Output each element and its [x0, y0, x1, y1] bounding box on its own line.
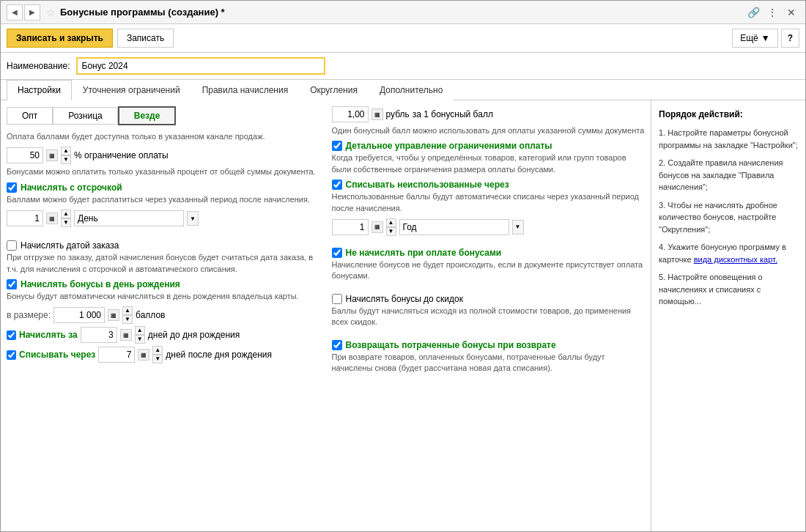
left-column: Опт Розница Везде Оплата баллами будет д… — [7, 106, 320, 378]
writeoff-unit-arrow[interactable]: ▼ — [512, 220, 524, 234]
write-off-spin-up[interactable]: ▲ — [152, 346, 163, 355]
accrue-before-spin-up[interactable]: ▲ — [135, 326, 145, 335]
deferred-spin-up[interactable]: ▲ — [61, 210, 71, 218]
ruble-hint: Один бонусный балл можно использовать дл… — [332, 125, 646, 136]
accrual-order-checkbox[interactable] — [7, 240, 17, 251]
name-input[interactable] — [76, 57, 325, 75]
limit-percent-input[interactable] — [7, 147, 43, 163]
chevron-down-icon: ▼ — [761, 33, 770, 43]
accrual-deferred-checkbox[interactable] — [7, 182, 17, 193]
write-off-after-unit: дней после дня рождения — [166, 350, 272, 360]
writeoff-spin-group: ▲ ▼ — [386, 218, 396, 236]
window-actions: 🔗 ⋮ ✕ — [745, 4, 799, 21]
deferred-unit-select[interactable]: День Неделя Месяц — [74, 210, 184, 226]
deferred-value-input[interactable] — [7, 210, 43, 226]
accrue-before-checkbox[interactable] — [7, 330, 16, 340]
return-spent-label[interactable]: Возвращать потраченные бонусы при возвра… — [346, 340, 556, 350]
star-icon[interactable]: ☆ — [46, 7, 56, 18]
limit-hint: Бонусами можно оплатить только указанный… — [7, 166, 320, 177]
accrue-before-discount-checkbox[interactable] — [332, 294, 342, 304]
birthday-label[interactable]: Начислять бонусы в день рождения — [21, 279, 180, 289]
form-area: Опт Розница Везде Оплата баллами будет д… — [1, 100, 651, 531]
writeoff-unused-check-row: Списывать неиспользованные через — [332, 180, 646, 190]
writeoff-unused-label[interactable]: Списывать неиспользованные через — [346, 180, 509, 190]
limit-grid-icon[interactable]: ▦ — [46, 149, 58, 161]
accrue-before-label[interactable]: Начислять за — [19, 330, 78, 340]
no-accrue-label[interactable]: Не начислять при оплате бонусами — [346, 248, 502, 258]
write-off-spin-down[interactable]: ▼ — [152, 355, 163, 363]
accrual-deferred-label[interactable]: Начислять с отсрочкой — [21, 182, 122, 193]
tab-additional[interactable]: Дополнительно — [369, 80, 454, 100]
birthday-amount-unit: баллов — [136, 310, 165, 320]
writeoff-spin-down[interactable]: ▼ — [386, 227, 396, 236]
write-off-grid-icon[interactable]: ▦ — [138, 349, 149, 361]
close-button[interactable]: ✕ — [783, 4, 799, 21]
toolbar-right: Ещё ▼ ? — [732, 29, 799, 48]
accrue-before-input[interactable] — [81, 327, 117, 343]
sidebar-text-5: 5. Настройте оповещения о начислениях и … — [659, 273, 763, 306]
tabs-bar: Настройки Уточнения ограничений Правила … — [1, 80, 805, 100]
writeoff-spin-up[interactable]: ▲ — [386, 218, 396, 227]
link-icon-button[interactable]: 🔗 — [745, 4, 761, 21]
no-accrue-hint: Начисление бонусов не будет происходить,… — [332, 259, 646, 282]
return-spent-check-row: Возвращать потраченные бонусы при возвра… — [332, 340, 646, 350]
accrual-deferred-row: Начислять с отсрочкой — [7, 182, 320, 193]
menu-dots-button[interactable]: ⋮ — [764, 4, 780, 21]
save-close-button[interactable]: Записать и закрыть — [7, 29, 113, 48]
help-button[interactable]: ? — [781, 29, 799, 48]
channel-everywhere-button[interactable]: Везде — [118, 106, 177, 125]
ruble-unit: рубль — [386, 109, 410, 119]
birthday-grid-icon[interactable]: ▦ — [108, 309, 119, 321]
channel-retail-button[interactable]: Розница — [53, 107, 117, 125]
limit-spin-up[interactable]: ▲ — [61, 147, 71, 155]
birthday-spin-up[interactable]: ▲ — [122, 306, 133, 315]
writeoff-grid-icon[interactable]: ▦ — [371, 221, 383, 233]
writeoff-unused-checkbox[interactable] — [332, 180, 342, 190]
ruble-row: ▦ рубль за 1 бонусный балл — [332, 106, 646, 122]
accrue-before-spin-group: ▲ ▼ — [135, 326, 145, 344]
ruble-grid-icon[interactable]: ▦ — [371, 108, 383, 120]
birthday-spin-down[interactable]: ▼ — [122, 315, 133, 324]
writeoff-unit-select[interactable]: Год Месяц День — [399, 219, 509, 235]
deferred-spin-down[interactable]: ▼ — [61, 218, 71, 227]
deferred-grid-icon[interactable]: ▦ — [46, 213, 58, 224]
accrue-before-grid-icon[interactable]: ▦ — [120, 329, 132, 341]
limit-spin-down[interactable]: ▼ — [61, 155, 71, 164]
save-button[interactable]: Записать — [117, 29, 174, 48]
write-off-after-checkbox[interactable] — [7, 350, 16, 360]
sidebar-title: Порядок действий: — [659, 108, 798, 121]
back-button[interactable]: ◀ — [7, 4, 23, 21]
sidebar: Порядок действий: 1. Настройте параметры… — [651, 100, 805, 531]
accrue-before-unit: дней до дня рождения — [148, 330, 240, 340]
tab-rounding[interactable]: Округления — [299, 80, 369, 100]
detailed-checkbox[interactable] — [332, 141, 342, 151]
tab-restrictions[interactable]: Уточнения ограничений — [72, 80, 191, 100]
birthday-amount-row: в размере: ▦ ▲ ▼ баллов — [7, 306, 320, 324]
detailed-label[interactable]: Детальное управление ограничениями оплат… — [346, 141, 552, 151]
ruble-value-input[interactable] — [332, 106, 369, 122]
write-off-after-input[interactable] — [98, 347, 135, 363]
return-spent-checkbox[interactable] — [332, 340, 342, 350]
sidebar-item-4: 4. Укажите бонусную программу в карточке… — [659, 241, 798, 265]
deferred-unit-arrow[interactable]: ▼ — [187, 211, 199, 226]
accrue-before-discount-label[interactable]: Начислять бонусы до скидок — [346, 294, 464, 304]
forward-button[interactable]: ▶ — [24, 4, 40, 21]
birthday-amount-label: в размере: — [7, 310, 51, 320]
sidebar-text-1: 1. Настройте параметры бонусной программ… — [659, 128, 798, 149]
write-off-after-label[interactable]: Списывать через — [19, 350, 95, 360]
tab-accrual-rules[interactable]: Правила начисления — [191, 80, 300, 100]
titlebar: ◀ ▶ ☆ Бонусные программы (создание) * 🔗 … — [1, 1, 805, 24]
sidebar-link-discount-cards[interactable]: вида дисконтных карт. — [694, 255, 777, 264]
more-button[interactable]: Ещё ▼ — [732, 29, 777, 48]
two-column-layout: Опт Розница Везде Оплата баллами будет д… — [7, 106, 645, 378]
accrual-order-label[interactable]: Начислять датой заказа — [21, 240, 119, 251]
no-accrue-checkbox[interactable] — [332, 248, 342, 258]
detailed-hint: Когда требуется, чтобы у определённых то… — [332, 152, 646, 175]
deferred-value-row: ▦ ▲ ▼ День Неделя Месяц ▼ — [7, 210, 320, 227]
birthday-checkbox[interactable] — [7, 279, 17, 289]
channel-opt-button[interactable]: Опт — [7, 107, 53, 125]
birthday-amount-input[interactable] — [53, 307, 105, 323]
writeoff-value-input[interactable] — [332, 219, 369, 235]
tab-settings[interactable]: Настройки — [7, 80, 72, 100]
accrue-before-spin-down[interactable]: ▼ — [135, 335, 145, 344]
